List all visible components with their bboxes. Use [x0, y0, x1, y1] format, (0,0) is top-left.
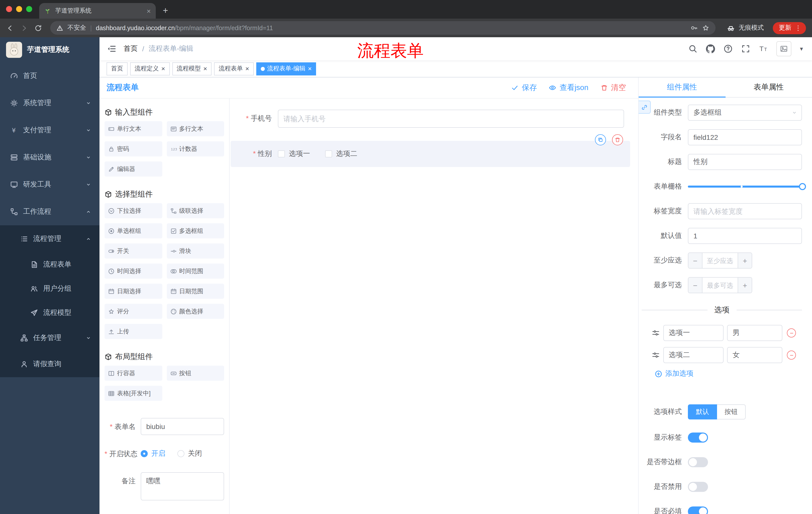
palette-item-date-picker[interactable]: 日期选择 — [105, 283, 162, 299]
address-bar[interactable]: 不安全 | dashboard.yudao.iocoder.cn/bpm/man… — [50, 21, 716, 35]
sidebar-item-workflow[interactable]: 工作流程 — [0, 198, 99, 225]
canvas-field-gender-selected[interactable]: 性别 选项一 选项二 — [231, 141, 630, 167]
tag-process-model[interactable]: 流程模型 × — [172, 62, 211, 75]
gender-option-2[interactable]: 选项二 — [325, 150, 357, 158]
forward-button-icon[interactable] — [20, 24, 28, 32]
title-input[interactable] — [688, 154, 802, 170]
min-select-input[interactable] — [702, 253, 737, 268]
view-json-button[interactable]: 查看json — [549, 83, 588, 92]
sidebar-item-infrastructure[interactable]: 基础设施 — [0, 144, 99, 171]
status-radio-on[interactable]: 开启 — [141, 449, 165, 458]
sidebar-item-user-group[interactable]: 用户分组 — [0, 277, 99, 301]
fullscreen-icon[interactable] — [741, 44, 750, 53]
palette-item-select[interactable]: 下拉选择 — [105, 203, 162, 218]
link-toggle-button[interactable] — [639, 101, 651, 114]
stepper-increase-button[interactable]: + — [737, 278, 752, 293]
palette-item-cascader[interactable]: 级联选择 — [167, 203, 224, 218]
label-width-input[interactable] — [688, 203, 802, 219]
border-switch[interactable] — [688, 457, 708, 467]
sidebar-item-process-management[interactable]: 流程管理 — [0, 225, 99, 252]
sidebar-collapse-icon[interactable] — [107, 44, 117, 54]
tag-close-icon[interactable]: × — [245, 65, 249, 72]
design-canvas[interactable]: 手机号 性别 — [230, 99, 638, 514]
palette-item-checkbox-group[interactable]: 多选框组 — [167, 223, 224, 238]
avatar[interactable] — [776, 41, 791, 56]
palette-item-time-picker[interactable]: 时间选择 — [105, 264, 162, 279]
max-select-input[interactable] — [702, 278, 737, 293]
help-icon[interactable] — [724, 44, 733, 53]
default-value-input[interactable] — [688, 228, 802, 244]
stepper-increase-button[interactable]: + — [737, 253, 752, 268]
slider-track[interactable] — [688, 186, 802, 188]
option-value-input[interactable] — [727, 347, 782, 363]
form-name-input[interactable] — [141, 418, 224, 435]
component-type-select[interactable] — [688, 105, 802, 121]
window-close-button[interactable] — [6, 6, 12, 12]
duplicate-widget-button[interactable] — [595, 134, 606, 145]
slider-handle[interactable] — [799, 183, 806, 190]
phone-input[interactable] — [278, 110, 624, 128]
canvas-field-phone[interactable]: 手机号 — [232, 110, 624, 128]
palette-item-radio-group[interactable]: 单选框组 — [105, 223, 162, 238]
tag-process-definition[interactable]: 流程定义 × — [130, 62, 170, 75]
sidebar-item-dev-tools[interactable]: 研发工具 — [0, 171, 99, 198]
style-button-button[interactable]: 按钮 — [717, 404, 746, 420]
palette-item-password[interactable]: 密码 — [105, 141, 162, 156]
stepper-decrease-button[interactable]: − — [688, 278, 702, 293]
field-name-input[interactable] — [688, 129, 802, 145]
tab-close-icon[interactable]: × — [147, 7, 151, 15]
add-option-button[interactable]: 添加选项 — [655, 369, 802, 378]
clear-button[interactable]: 清空 — [601, 83, 626, 92]
palette-item-date-range[interactable]: 日期范围 — [167, 283, 224, 299]
option-value-input[interactable] — [727, 325, 782, 341]
stepper-decrease-button[interactable]: − — [688, 253, 702, 268]
tab-form-props[interactable]: 表单属性 — [725, 77, 812, 97]
tag-close-icon[interactable]: × — [161, 65, 165, 72]
window-minimize-button[interactable] — [16, 6, 22, 12]
palette-item-switch[interactable]: 开关 — [105, 243, 162, 259]
remove-option-button[interactable] — [787, 351, 796, 360]
required-switch[interactable] — [688, 507, 708, 514]
form-remark-textarea[interactable]: 嘿嘿 — [141, 472, 224, 501]
browser-menu-icon[interactable]: ⋮ — [795, 25, 802, 31]
drag-handle-icon[interactable] — [652, 329, 660, 337]
palette-item-button[interactable]: 按钮 — [167, 366, 224, 381]
tag-home[interactable]: 首页 — [107, 62, 127, 75]
font-size-icon[interactable] — [759, 44, 768, 53]
tag-close-icon[interactable]: × — [203, 65, 207, 72]
github-icon[interactable] — [706, 44, 715, 53]
tag-process-form-edit[interactable]: 流程表单-编辑 × — [256, 62, 316, 75]
palette-item-input[interactable]: 单行文本 — [105, 121, 162, 136]
tag-close-icon[interactable]: × — [308, 65, 312, 72]
bookmark-star-icon[interactable] — [702, 24, 709, 32]
avatar-caret-icon[interactable]: ▾ — [800, 45, 803, 52]
palette-item-textarea[interactable]: 多行文本 — [167, 121, 224, 136]
app-logo[interactable]: 芋道管理系统 — [0, 37, 99, 62]
back-button-icon[interactable] — [6, 24, 14, 32]
show-label-switch[interactable] — [688, 433, 708, 442]
sidebar-item-task-management[interactable]: 任务管理 — [0, 325, 99, 351]
sidebar-item-process-form[interactable]: 流程表单 — [0, 252, 99, 277]
window-zoom-button[interactable] — [26, 6, 32, 12]
save-button[interactable]: 保存 — [511, 83, 537, 92]
option-label-input[interactable] — [663, 347, 724, 363]
browser-update-button[interactable]: 更新 ⋮ — [773, 22, 806, 34]
palette-item-upload[interactable]: 上传 — [105, 324, 162, 339]
gender-option-1[interactable]: 选项一 — [278, 150, 310, 158]
palette-item-counter[interactable]: 计数器 — [167, 141, 224, 156]
grid-slider[interactable] — [688, 179, 802, 195]
remove-option-button[interactable] — [787, 328, 796, 337]
disabled-switch[interactable] — [688, 482, 708, 492]
reload-button-icon[interactable] — [34, 24, 42, 32]
palette-item-table[interactable]: 表格[开发中] — [105, 386, 162, 401]
sidebar-item-payment-management[interactable]: 支付管理 — [0, 117, 99, 144]
password-key-icon[interactable] — [690, 24, 698, 32]
tag-process-form[interactable]: 流程表单 × — [214, 62, 254, 75]
palette-item-rate[interactable]: 评分 — [105, 304, 162, 319]
sidebar-item-home[interactable]: 首页 — [0, 62, 99, 89]
palette-item-time-range[interactable]: 时间范围 — [167, 264, 224, 279]
breadcrumb-home[interactable]: 首页 — [124, 44, 138, 53]
option-label-input[interactable] — [663, 325, 724, 341]
palette-item-row-container[interactable]: 行容器 — [105, 366, 162, 381]
delete-widget-button[interactable] — [612, 134, 623, 145]
